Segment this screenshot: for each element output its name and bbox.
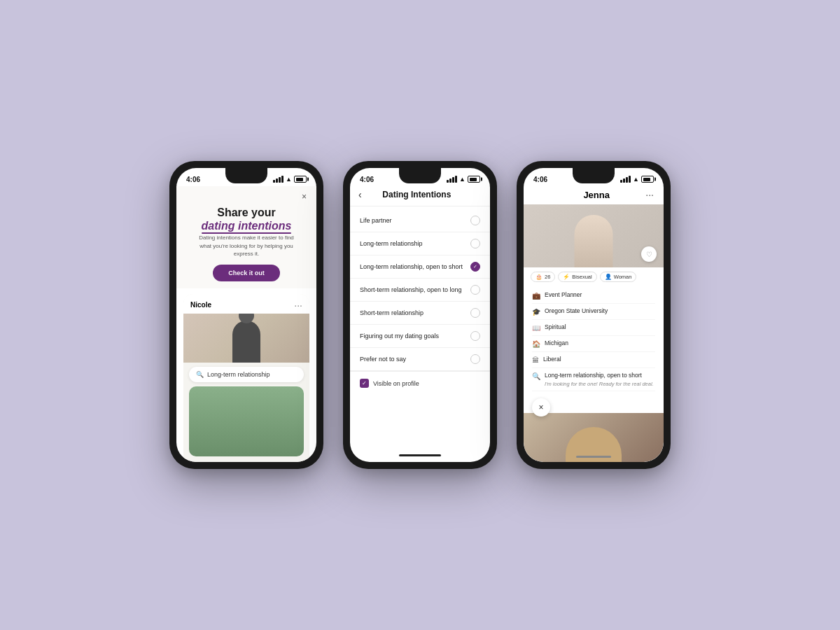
phone-1-screen: 4:06 ▲ × Share your dating intentions xyxy=(176,168,316,462)
religion-icon: 📖 xyxy=(532,324,540,332)
gender-icon: 👤 xyxy=(605,274,612,280)
option-short-term[interactable]: Short-term relationship xyxy=(350,302,490,325)
dating-intention-text: Long-term relationship, open to short xyxy=(545,372,654,379)
info-location: 🏠 Michigan xyxy=(532,336,655,352)
sexuality-icon: ⚡ xyxy=(563,274,570,280)
phone-1: 4:06 ▲ × Share your dating intentions xyxy=(169,161,323,469)
option-radio-0 xyxy=(470,216,480,225)
dating-header: ‹ Dating Intentions xyxy=(350,186,490,206)
time-1: 4:06 xyxy=(186,176,200,183)
title-line2: dating intentions xyxy=(202,219,292,232)
job-icon: 💼 xyxy=(532,292,540,300)
profile-info: 💼 Event Planner 🎓 Oregon State Universit… xyxy=(524,286,664,413)
option-radio-3 xyxy=(470,285,480,295)
profile-photo-person xyxy=(575,215,613,267)
profile-tags: 🎂 26 ⚡ Bisexual 👤 Woman xyxy=(524,267,664,286)
phones-container: 4:06 ▲ × Share your dating intentions xyxy=(169,133,671,497)
heart-button[interactable]: ♡ xyxy=(641,246,657,262)
wifi-icon-1: ▲ xyxy=(286,176,292,183)
sexuality-value: Bisexual xyxy=(572,274,592,280)
home-indicator-2 xyxy=(399,454,441,456)
option-radio-6 xyxy=(470,354,480,364)
battery-icon-1 xyxy=(294,176,307,183)
dating-options-list: Life partner Long-term relationship Long… xyxy=(350,206,490,450)
search-bar-card[interactable]: 🔍 Long-term relationship xyxy=(189,367,304,382)
option-prefer-not[interactable]: Prefer not to say xyxy=(350,348,490,371)
share-description: Dating intentions make it easier to find… xyxy=(186,234,307,258)
dating-intentions-title: Dating Intentions xyxy=(362,190,472,200)
card-header-1: Nicole ··· xyxy=(183,294,309,314)
sexuality-tag: ⚡ Bisexual xyxy=(558,272,596,282)
profile-header: Jenna ··· xyxy=(524,186,664,204)
phone-1-content: × Share your dating intentions Dating in… xyxy=(176,186,316,462)
info-university: 🎓 Oregon State University xyxy=(532,304,655,320)
profile-photo: ♡ xyxy=(524,204,664,267)
card-photo-2 xyxy=(189,386,304,456)
phone-3: 4:06 ▲ Jenna ··· ♡ xyxy=(517,161,671,469)
visible-checkbox[interactable] xyxy=(360,379,369,388)
gender-value: Woman xyxy=(614,274,632,280)
job-text: Event Planner xyxy=(545,291,582,299)
wifi-icon-2: ▲ xyxy=(459,176,465,183)
time-2: 4:06 xyxy=(360,176,374,183)
close-circle-icon: × xyxy=(538,402,543,412)
info-dating-intention: 🔍 Long-term relationship, open to short … xyxy=(532,368,655,391)
option-label-3: Short-term relationship, open to long xyxy=(360,286,462,293)
wifi-icon-3: ▲ xyxy=(633,176,639,183)
status-bar-3: 4:06 ▲ xyxy=(524,168,664,186)
search-text-card: Long-term relationship xyxy=(207,371,270,378)
option-figuring-out[interactable]: Figuring out my dating goals xyxy=(350,325,490,348)
option-label-4: Short-term relationship xyxy=(360,309,424,316)
option-label-0: Life partner xyxy=(360,217,392,224)
location-text: Michigan xyxy=(545,340,568,347)
profile-card-1: Nicole ··· 🔍 Long-term relationship xyxy=(183,294,309,462)
close-circle-button[interactable]: × xyxy=(532,398,550,416)
card-photo-1 xyxy=(183,314,309,363)
visible-on-profile-row[interactable]: Visible on profile xyxy=(350,371,490,395)
option-label-5: Figuring out my dating goals xyxy=(360,332,439,340)
info-job: 💼 Event Planner xyxy=(532,288,655,304)
battery-icon-2 xyxy=(468,176,480,183)
status-icons-3: ▲ xyxy=(620,176,654,183)
status-icons-2: ▲ xyxy=(447,176,480,183)
time-3: 4:06 xyxy=(533,176,547,183)
battery-icon-3 xyxy=(641,176,654,183)
phone-2-content: ‹ Dating Intentions Life partner Long-te… xyxy=(350,186,490,462)
profile-name: Jenna xyxy=(547,190,645,200)
age-icon: 🎂 xyxy=(536,274,542,280)
option-radio-5 xyxy=(470,331,480,341)
dating-icon: 🔍 xyxy=(532,372,540,380)
location-icon: 🏠 xyxy=(532,340,540,348)
option-life-partner[interactable]: Life partner xyxy=(350,209,490,232)
religion-text: Spiritual xyxy=(545,323,566,331)
phone-3-content: Jenna ··· ♡ 🎂 26 ⚡ Bisexual xyxy=(524,186,664,462)
option-radio-4 xyxy=(470,308,480,318)
search-icon-card: 🔍 xyxy=(196,371,204,378)
gender-tag: 👤 Woman xyxy=(600,272,637,282)
age-value: 26 xyxy=(545,274,550,280)
university-text: Oregon State University xyxy=(545,307,608,315)
check-it-out-button[interactable]: Check it out xyxy=(213,265,280,281)
option-long-term-open-short[interactable]: Long-term relationship, open to short xyxy=(350,255,490,279)
politics-icon: 🏛 xyxy=(532,356,539,364)
age-tag: 🎂 26 xyxy=(531,272,555,282)
signal-icon-1 xyxy=(273,176,284,183)
university-icon: 🎓 xyxy=(532,308,540,316)
phone-2-screen: 4:06 ▲ ‹ Dating Intentions xyxy=(350,168,490,462)
visible-label: Visible on profile xyxy=(373,380,419,387)
card-name-1: Nicole xyxy=(190,301,211,309)
bottom-photo-3 xyxy=(524,413,664,462)
phone-2: 4:06 ▲ ‹ Dating Intentions xyxy=(343,161,497,469)
option-radio-1 xyxy=(470,239,480,248)
status-bar-2: 4:06 ▲ xyxy=(350,168,490,186)
signal-icon-2 xyxy=(447,176,457,183)
option-short-term-open-long[interactable]: Short-term relationship, open to long xyxy=(350,279,490,302)
profile-menu-button[interactable]: ··· xyxy=(645,189,654,200)
phone-3-screen: 4:06 ▲ Jenna ··· ♡ xyxy=(524,168,664,462)
title-line1: Share your xyxy=(217,206,276,218)
card-dots-1[interactable]: ··· xyxy=(294,300,302,311)
option-long-term[interactable]: Long-term relationship xyxy=(350,232,490,255)
option-label-6: Prefer not to say xyxy=(360,356,406,363)
politics-text: Liberal xyxy=(543,356,561,363)
close-button-1[interactable]: × xyxy=(186,192,307,202)
